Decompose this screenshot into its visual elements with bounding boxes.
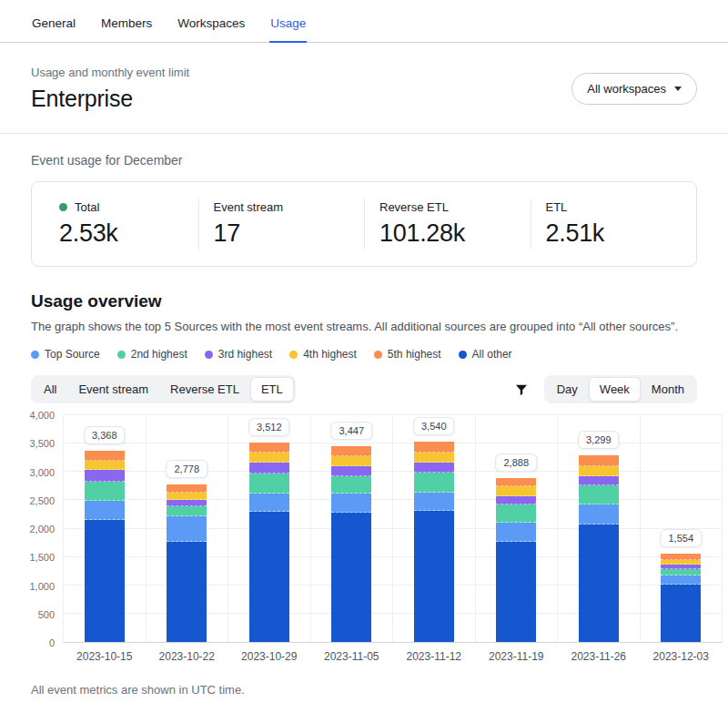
- stacked-bar[interactable]: [414, 415, 454, 642]
- bar-segment-top-source[interactable]: [579, 504, 619, 525]
- bar-segment-4th-highest[interactable]: [85, 461, 125, 470]
- filter-option-reverse-etl[interactable]: Reverse ETL: [159, 377, 250, 402]
- granularity-option-day[interactable]: Day: [546, 377, 589, 402]
- bar-segment-2nd-highest[interactable]: [85, 482, 125, 501]
- y-tick-label: 2,000: [29, 524, 55, 535]
- bar-segment-4th-highest[interactable]: [579, 466, 619, 476]
- bar-segment-2nd-highest[interactable]: [414, 473, 454, 493]
- filter-option-event-stream[interactable]: Event stream: [67, 377, 159, 402]
- bar-segment-5th-highest[interactable]: [249, 443, 289, 452]
- bar-segment-3rd-highest[interactable]: [167, 500, 207, 506]
- legend-label: All other: [472, 348, 512, 361]
- bar-segment-2nd-highest[interactable]: [496, 504, 536, 523]
- usage-chart: 05001,0001,5002,0002,5003,0003,5004,000 …: [27, 415, 723, 643]
- filter-funnel-button[interactable]: [511, 379, 532, 401]
- stat-value: 2.51k: [546, 219, 682, 248]
- granularity-option-month[interactable]: Month: [641, 377, 695, 402]
- tab-members[interactable]: Members: [100, 16, 153, 43]
- legend-label: Top Source: [45, 348, 100, 361]
- y-tick-label: 3,000: [29, 467, 55, 478]
- bar-segment-4th-highest[interactable]: [414, 453, 454, 463]
- stacked-bar[interactable]: [249, 415, 289, 642]
- bar-segment-all-other[interactable]: [331, 513, 371, 642]
- x-tick-label: 2023-12-03: [641, 650, 723, 663]
- granularity-option-week[interactable]: Week: [589, 377, 641, 402]
- y-tick-label: 1,000: [29, 581, 55, 592]
- legend-item[interactable]: 2nd highest: [117, 348, 187, 361]
- bar-segment-top-source[interactable]: [249, 494, 289, 512]
- workspace-selector-button[interactable]: All workspaces: [571, 73, 697, 105]
- bar-segment-3rd-highest[interactable]: [414, 463, 454, 473]
- legend-item[interactable]: 5th highest: [374, 348, 441, 361]
- bar-segment-top-source[interactable]: [331, 494, 371, 513]
- y-axis: 05001,0001,5002,0002,5003,0003,5004,000: [27, 415, 63, 643]
- bar-segment-3rd-highest[interactable]: [249, 463, 289, 474]
- y-tick-label: 1,500: [29, 552, 55, 563]
- legend-dot-icon: [459, 351, 467, 359]
- bar-segment-2nd-highest[interactable]: [661, 569, 701, 575]
- y-tick-label: 3,500: [29, 438, 55, 449]
- tab-workspaces[interactable]: Workspaces: [177, 16, 246, 43]
- bar-segment-3rd-highest[interactable]: [85, 470, 125, 482]
- bar-total-label: 3,540: [413, 417, 455, 435]
- bar-segment-all-other[interactable]: [85, 520, 125, 642]
- chart-column: 3,3682023-10-15: [64, 415, 147, 642]
- bar-total-label: 3,299: [578, 431, 620, 449]
- bar-segment-all-other[interactable]: [249, 512, 289, 642]
- bar-segment-all-other[interactable]: [414, 511, 454, 642]
- bar-segment-4th-highest[interactable]: [331, 456, 371, 466]
- tab-usage[interactable]: Usage: [269, 16, 307, 43]
- stacked-bar[interactable]: [85, 415, 125, 642]
- bar-segment-top-source[interactable]: [414, 493, 454, 511]
- bar-segment-5th-highest[interactable]: [85, 451, 125, 461]
- bar-segment-5th-highest[interactable]: [661, 554, 701, 560]
- stacked-bar[interactable]: [331, 415, 371, 642]
- bar-total-label: 3,447: [330, 422, 372, 440]
- chart-controls: All Event stream Reverse ETL ETL Day Wee…: [0, 361, 728, 403]
- bar-segment-3rd-highest[interactable]: [496, 496, 536, 504]
- bar-segment-all-other[interactable]: [167, 542, 207, 642]
- bar-segment-2nd-highest[interactable]: [331, 476, 371, 494]
- bar-segment-all-other[interactable]: [496, 542, 536, 642]
- stat-value: 2.53k: [59, 219, 184, 248]
- tab-general[interactable]: General: [31, 16, 76, 43]
- bar-segment-5th-highest[interactable]: [167, 484, 207, 493]
- filter-option-all[interactable]: All: [33, 377, 67, 402]
- legend-item[interactable]: 3rd highest: [205, 348, 272, 361]
- stat-value: 17: [214, 219, 350, 248]
- bar-segment-5th-highest[interactable]: [414, 442, 454, 453]
- legend-item[interactable]: 4th highest: [289, 348, 357, 361]
- workspace-selector-label: All workspaces: [587, 82, 666, 96]
- bar-segment-top-source[interactable]: [167, 516, 207, 543]
- legend-item[interactable]: All other: [459, 348, 512, 361]
- chart-column: 3,5122023-10-29: [228, 415, 311, 642]
- bar-segment-top-source[interactable]: [661, 575, 701, 585]
- bar-segment-2nd-highest[interactable]: [579, 485, 619, 504]
- bar-segment-5th-highest[interactable]: [579, 455, 619, 467]
- bar-segment-2nd-highest[interactable]: [167, 506, 207, 516]
- legend-dot-icon: [31, 351, 39, 359]
- bar-total-label: 1,554: [660, 529, 702, 547]
- stacked-bar[interactable]: [167, 415, 207, 642]
- stacked-bar[interactable]: [496, 415, 536, 642]
- bar-segment-3rd-highest[interactable]: [579, 476, 619, 485]
- stat-reverse-etl: Reverse ETL 101.28k: [364, 199, 531, 250]
- bar-segment-5th-highest[interactable]: [496, 478, 536, 485]
- bar-segment-all-other[interactable]: [661, 585, 701, 642]
- bar-segment-5th-highest[interactable]: [331, 446, 371, 455]
- stacked-bar[interactable]: [579, 415, 619, 642]
- bar-segment-3rd-highest[interactable]: [331, 466, 371, 476]
- stat-label: Event stream: [214, 200, 284, 214]
- chart-column: 3,2992023-11-26: [558, 415, 641, 642]
- bar-segment-4th-highest[interactable]: [496, 486, 536, 496]
- legend-dot-icon: [117, 351, 126, 359]
- bar-segment-all-other[interactable]: [579, 525, 619, 642]
- bar-segment-top-source[interactable]: [496, 523, 536, 543]
- bar-segment-4th-highest[interactable]: [249, 453, 289, 463]
- bar-segment-2nd-highest[interactable]: [249, 474, 289, 494]
- legend-item[interactable]: Top Source: [31, 348, 100, 361]
- filter-option-etl[interactable]: ETL: [250, 377, 294, 402]
- bar-segment-top-source[interactable]: [85, 501, 125, 520]
- x-tick-label: 2023-10-29: [228, 650, 310, 663]
- bar-segment-4th-highest[interactable]: [167, 493, 207, 500]
